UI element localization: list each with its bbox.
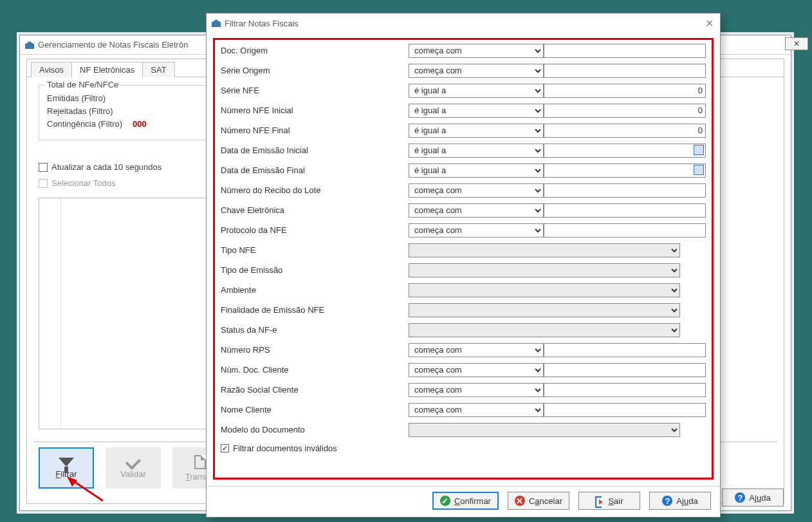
filter-value-input[interactable] bbox=[544, 84, 706, 98]
filtrar-button[interactable]: Filtrar bbox=[39, 447, 94, 489]
check-icon bbox=[125, 454, 141, 469]
filter-combo[interactable] bbox=[409, 243, 680, 257]
filter-row-15: Número RPScomeça com bbox=[216, 340, 711, 360]
exit-icon bbox=[595, 496, 604, 505]
app-icon bbox=[212, 19, 221, 27]
filter-value-input[interactable] bbox=[544, 223, 706, 238]
filter-operator[interactable]: começa com bbox=[409, 203, 544, 218]
empty-list-area bbox=[39, 198, 212, 429]
filter-row-16: Núm. Doc. Clientecomeça com bbox=[216, 360, 711, 380]
checkbox-autorefresh[interactable]: Atualizar a cada 10 segundos bbox=[39, 162, 161, 172]
checkbox-filter-invalid[interactable]: Filtrar documentos inválidos bbox=[216, 440, 711, 457]
filter-value-input[interactable] bbox=[544, 403, 706, 417]
group-title: Total de NFe/NFCe bbox=[44, 80, 121, 89]
filter-label: Série NFE bbox=[216, 86, 409, 95]
filter-operator[interactable]: começa com bbox=[409, 44, 544, 58]
confirm-icon: ✓ bbox=[440, 496, 450, 506]
filter-value-input[interactable] bbox=[544, 163, 706, 178]
checkbox-icon bbox=[221, 444, 229, 452]
document-icon bbox=[194, 455, 206, 469]
filter-value-input[interactable] bbox=[544, 203, 706, 218]
group-total-nfe: Total de NFe/NFCe Emitidas (Filtro) Reje… bbox=[39, 85, 212, 140]
filter-row-1: Série Origemcomeça com bbox=[216, 61, 711, 80]
filter-row-2: Série NFEé igual a bbox=[216, 80, 711, 100]
filter-value-input[interactable] bbox=[544, 343, 706, 357]
validar-button: Validar bbox=[106, 447, 161, 489]
bg-button-ajuda[interactable]: ? Ajuda bbox=[722, 489, 784, 507]
filter-value-input[interactable] bbox=[544, 183, 706, 198]
exit-button[interactable]: Sair bbox=[578, 492, 640, 510]
filter-row-3: Número NFE Inicialé igual a bbox=[216, 100, 711, 120]
close-icon[interactable]: ✕ bbox=[705, 17, 714, 30]
modal-titlebar: Filtrar Notas Fiscais ✕ bbox=[207, 14, 720, 33]
filter-label: Núm. Doc. Cliente bbox=[216, 365, 409, 375]
filter-operator[interactable]: começa com bbox=[409, 223, 544, 238]
help-button[interactable]: ? Ajuda bbox=[649, 492, 711, 510]
filter-dialog: Filtrar Notas Fiscais ✕ Doc. Origemcomeç… bbox=[206, 13, 721, 517]
filter-operator[interactable]: começa com bbox=[409, 363, 544, 377]
tab-nf-eletronicas[interactable]: NF Eletrônicas bbox=[71, 62, 143, 77]
filter-combo[interactable] bbox=[409, 423, 680, 437]
filter-row-4: Número NFE Finalé igual a bbox=[216, 120, 711, 140]
filter-combo[interactable] bbox=[409, 323, 680, 337]
checkbox-icon bbox=[39, 163, 48, 172]
filter-operator[interactable]: começa com bbox=[409, 383, 544, 397]
checkbox-icon bbox=[39, 179, 48, 188]
line-contingencia-label: Contingência (Filtro) bbox=[47, 118, 122, 131]
filter-operator[interactable]: é igual a bbox=[409, 84, 544, 98]
filter-operator[interactable]: é igual a bbox=[409, 124, 544, 138]
filter-row-6: Data de Emissão Finalé igual a bbox=[216, 160, 711, 180]
confirm-button[interactable]: ✓ Confirmar bbox=[432, 492, 499, 510]
filter-row-0: Doc. Origemcomeça com bbox=[216, 41, 711, 61]
filter-label: Número NFE Final bbox=[216, 126, 409, 135]
filter-label: Número NFE Inicial bbox=[216, 106, 409, 115]
filter-value-input[interactable] bbox=[544, 104, 706, 118]
filter-row-12: Ambiente bbox=[216, 280, 711, 300]
filter-label: Ambiente bbox=[216, 285, 409, 295]
tab-sat[interactable]: SAT bbox=[142, 62, 174, 77]
filter-value-input[interactable] bbox=[544, 64, 706, 78]
filter-label: Finalidade de Emissão NFE bbox=[216, 305, 409, 315]
filter-value-input[interactable] bbox=[544, 44, 706, 58]
filter-combo[interactable] bbox=[409, 263, 680, 277]
line-rejeitadas: Rejeitadas (Filtro) bbox=[47, 105, 204, 118]
funnel-icon bbox=[59, 458, 74, 467]
filter-label: Número RPS bbox=[216, 345, 409, 355]
validar-label: Validar bbox=[120, 469, 146, 479]
checkbox-select-all-label: Selecionar Todos bbox=[51, 178, 116, 188]
calendar-icon[interactable] bbox=[694, 165, 704, 175]
filter-value-input[interactable] bbox=[544, 363, 706, 377]
filter-operator[interactable]: começa com bbox=[409, 64, 544, 78]
filter-row-10: Tipo NFE bbox=[216, 240, 711, 260]
filter-operator[interactable]: começa com bbox=[409, 343, 544, 357]
filter-body: Doc. Origemcomeça comSérie Origemcomeça … bbox=[213, 38, 714, 480]
filter-label: Data de Emissão Inicial bbox=[216, 145, 409, 155]
app-icon bbox=[25, 41, 34, 49]
help-icon: ? bbox=[735, 492, 745, 503]
close-window-button[interactable]: ✕ bbox=[785, 37, 808, 50]
tab-avisos[interactable]: Avisos bbox=[31, 62, 72, 77]
filter-row-13: Finalidade de Emissão NFE bbox=[216, 300, 711, 320]
filter-row-14: Status da NF-e bbox=[216, 320, 711, 340]
filter-combo[interactable] bbox=[409, 303, 680, 317]
filter-combo[interactable] bbox=[409, 283, 680, 297]
filter-label: Razão Social Cliente bbox=[216, 385, 409, 395]
filter-label: Doc. Origem bbox=[216, 46, 409, 55]
filter-operator[interactable]: é igual a bbox=[409, 144, 544, 158]
cancel-button[interactable]: ✕ Cancelar bbox=[508, 492, 569, 510]
filter-operator[interactable]: é igual a bbox=[409, 104, 544, 118]
calendar-icon[interactable] bbox=[694, 145, 704, 155]
filter-operator[interactable]: começa com bbox=[409, 183, 544, 198]
filter-label: Tipo NFE bbox=[216, 245, 409, 255]
filter-label: Modelo do Documento bbox=[216, 425, 409, 434]
filter-operator[interactable]: é igual a bbox=[409, 163, 544, 178]
filtrar-label: iltrar bbox=[60, 469, 77, 479]
filter-value-input[interactable] bbox=[544, 144, 706, 158]
filter-value-input[interactable] bbox=[544, 124, 706, 138]
filter-value-input[interactable] bbox=[544, 383, 706, 397]
filter-label: Protocolo da NFE bbox=[216, 225, 409, 235]
modal-button-bar: ✓ Confirmar ✕ Cancelar Sair ? Ajuda bbox=[207, 486, 720, 512]
filter-operator[interactable]: começa com bbox=[409, 403, 544, 417]
help-icon: ? bbox=[662, 496, 672, 506]
line-contingencia-value: 000 bbox=[133, 118, 147, 131]
